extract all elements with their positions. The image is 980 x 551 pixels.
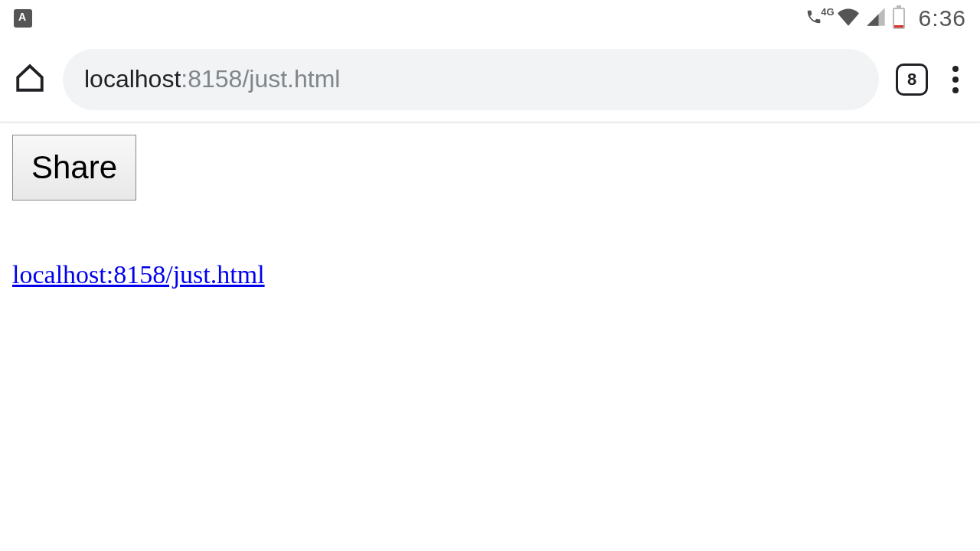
home-button[interactable] — [14, 62, 46, 97]
address-bar[interactable]: localhost:8158/just.html — [63, 49, 879, 110]
network-4g-label: 4G — [821, 6, 834, 18]
share-button[interactable]: Share — [12, 135, 136, 201]
dot-icon — [952, 66, 959, 72]
tab-switcher-button[interactable]: 8 — [896, 64, 928, 96]
keyboard-input-icon — [14, 9, 32, 28]
tab-count-value: 8 — [907, 70, 916, 90]
clock: 6:36 — [919, 5, 966, 31]
wifi-icon — [838, 6, 859, 31]
url-host: localhost — [84, 65, 181, 93]
battery-low-icon — [893, 8, 905, 29]
phone-4g-icon: 4G — [805, 8, 831, 28]
overflow-menu-button[interactable] — [945, 66, 966, 93]
cell-signal-icon — [865, 6, 887, 31]
page-url-link[interactable]: localhost:8158/just.html — [12, 260, 265, 289]
browser-toolbar: localhost:8158/just.html 8 — [0, 37, 980, 122]
dot-icon — [952, 77, 959, 83]
dot-icon — [952, 87, 959, 93]
url-path: :8158/just.html — [181, 65, 340, 93]
android-status-bar: 4G 6:36 — [0, 0, 980, 37]
page-content: Share localhost:8158/just.html — [0, 122, 980, 302]
